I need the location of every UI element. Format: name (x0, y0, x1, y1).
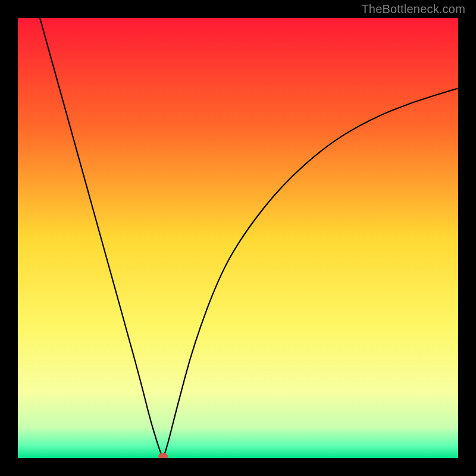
watermark-text: TheBottleneck.com (361, 2, 465, 16)
plot-area (18, 18, 458, 458)
gradient-background (18, 18, 458, 458)
chart-svg (18, 18, 458, 458)
chart-frame: TheBottleneck.com (0, 0, 476, 476)
